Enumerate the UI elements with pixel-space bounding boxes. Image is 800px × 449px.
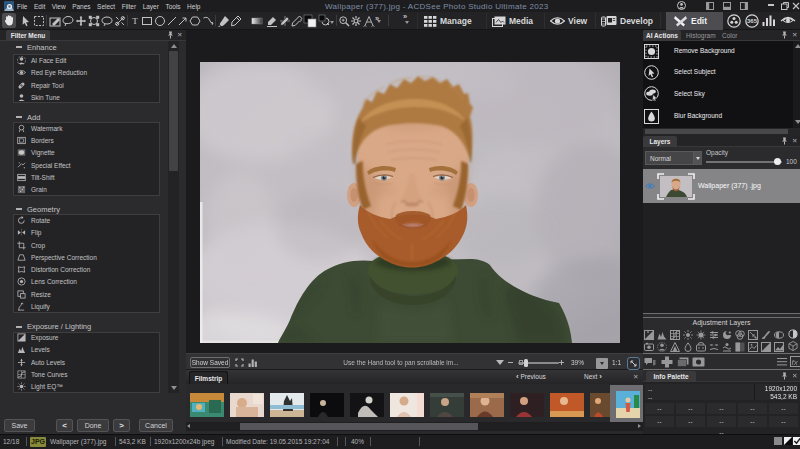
svg-text:fx: fx xyxy=(792,358,799,367)
svg-text:365: 365 xyxy=(747,18,758,24)
